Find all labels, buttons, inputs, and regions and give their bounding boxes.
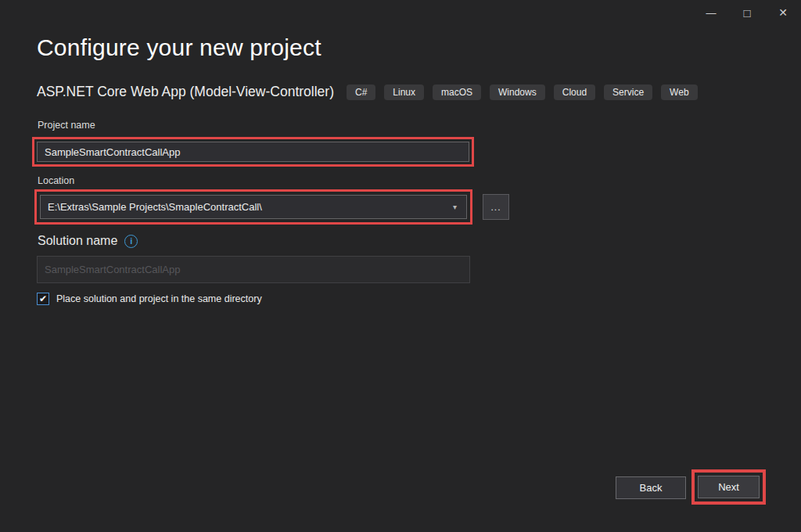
configure-project-dialog: — □ ✕ Configure your new project ASP.NET… (0, 0, 801, 532)
annotation-box-project-name (32, 137, 474, 167)
tag-macos: macOS (433, 84, 481, 100)
close-icon[interactable]: ✕ (765, 0, 801, 25)
minimize-icon[interactable]: — (693, 0, 729, 25)
tag-cloud: Cloud (554, 84, 595, 100)
same-directory-checkbox[interactable]: ✔ (37, 293, 49, 305)
maximize-icon[interactable]: □ (729, 0, 765, 25)
window-titlebar: — □ ✕ (693, 0, 801, 25)
back-button[interactable]: Back (616, 476, 686, 499)
annotation-box-location: E:\Extras\Sample Projects\SmapleContract… (34, 189, 472, 225)
same-directory-label: Place solution and project in the same d… (56, 293, 262, 304)
tag-linux: Linux (384, 84, 424, 100)
location-combobox[interactable]: E:\Extras\Sample Projects\SmapleContract… (40, 195, 467, 219)
tag-web: Web (661, 84, 697, 100)
template-header: ASP.NET Core Web App (Model-View-Control… (37, 84, 698, 100)
tag-windows: Windows (490, 84, 545, 100)
same-directory-option[interactable]: ✔ Place solution and project in the same… (37, 293, 262, 305)
solution-name-label: Solution name (38, 234, 117, 248)
project-name-label: Project name (38, 120, 95, 131)
location-label: Location (38, 175, 74, 186)
solution-name-input (37, 256, 470, 283)
tag-csharp: C# (347, 84, 375, 100)
info-icon[interactable]: i (124, 235, 138, 248)
template-tags: C# Linux macOS Windows Cloud Service Web (347, 84, 698, 100)
solution-name-header: Solution name i (38, 234, 138, 248)
chevron-down-icon[interactable]: ▾ (453, 203, 457, 211)
next-button[interactable]: Next (698, 476, 760, 498)
annotation-box-next: Next (691, 469, 766, 505)
browse-location-button[interactable]: ... (483, 194, 509, 220)
location-value: E:\Extras\Sample Projects\SmapleContract… (48, 201, 453, 213)
project-name-input[interactable] (37, 142, 469, 162)
template-name: ASP.NET Core Web App (Model-View-Control… (37, 84, 334, 100)
tag-service: Service (604, 84, 652, 100)
page-title: Configure your new project (37, 34, 321, 61)
